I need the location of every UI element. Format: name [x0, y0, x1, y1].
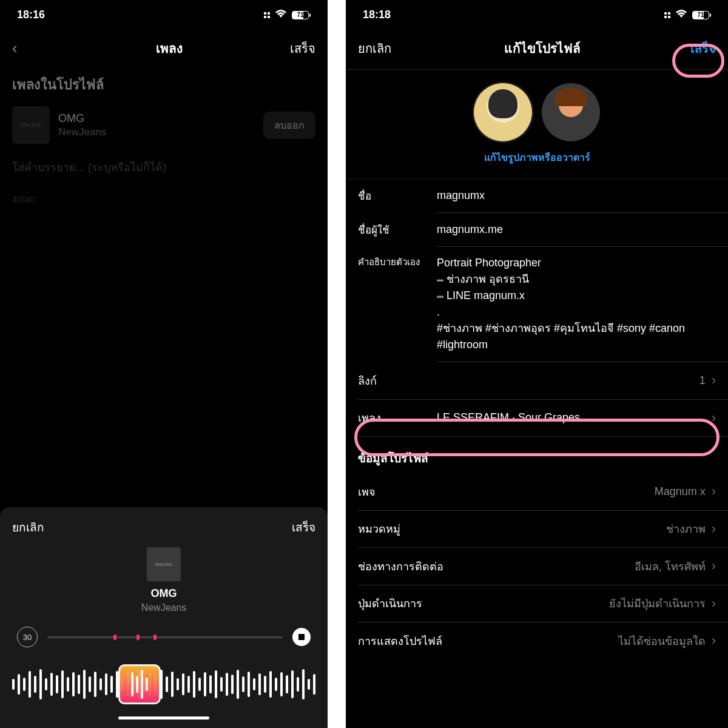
- waveform-scrubber[interactable]: [12, 663, 315, 706]
- username-row[interactable]: ชื่อผู้ใช้ magnumx.me: [346, 213, 728, 246]
- music-row[interactable]: เพลง LE SSERAFIM · Sour Grapes ›: [346, 399, 728, 436]
- scrub-row: 30: [12, 627, 315, 647]
- wifi-icon: [275, 8, 287, 21]
- char-count: 40/40: [12, 194, 315, 204]
- username-value[interactable]: magnumx.me: [437, 221, 716, 238]
- status-bar: 18:16 71: [0, 0, 328, 26]
- bio-label: คำอธิบายตัวเอง: [358, 255, 437, 269]
- chevron-right-icon: ›: [712, 558, 716, 574]
- links-row[interactable]: ลิงก์ 1 ›: [346, 362, 728, 399]
- back-button[interactable]: ‹: [12, 39, 49, 58]
- contact-row[interactable]: ช่องทางการติดต่อ อีเมล, โทรศัพท์ ›: [346, 548, 728, 585]
- display-label: การแสดงโปรไฟล์: [358, 632, 531, 650]
- song-title: OMG: [58, 112, 255, 125]
- music-label: เพลง: [358, 409, 437, 426]
- edit-picture-link[interactable]: แก้ไขรูปภาพหรืออวาตาร์: [346, 150, 728, 178]
- nav-bar: ‹ เพลง เสร็จ: [0, 26, 328, 69]
- contact-label: ช่องทางการติดต่อ: [358, 558, 531, 575]
- music-value: LE SSERAFIM · Sour Grapes: [437, 411, 712, 424]
- nav-bar: ยกเลิก แก้ไขโปรไฟล์ เสร็จ: [346, 26, 728, 69]
- wifi-icon: [675, 8, 687, 21]
- sheet-song-artist: NewJeans: [12, 602, 315, 613]
- category-label: หมวดหมู่: [358, 520, 531, 538]
- nav-title: แก้ไขโปรไฟล์: [504, 38, 581, 58]
- chevron-right-icon: ›: [712, 484, 716, 499]
- page-value: Magnum x: [531, 485, 711, 498]
- home-indicator[interactable]: [118, 716, 209, 720]
- chevron-right-icon: ›: [712, 633, 716, 649]
- avatar-image[interactable]: [542, 83, 600, 141]
- done-button[interactable]: เสร็จ: [690, 39, 716, 58]
- profile-display-row[interactable]: การแสดงโปรไฟล์ ไม่ได้ซ่อนข้อมูลใด ›: [346, 622, 728, 659]
- sheet-song-title: OMG: [12, 587, 315, 600]
- sheet-done-button[interactable]: เสร็จ: [292, 518, 315, 536]
- duration-badge[interactable]: 30: [17, 627, 38, 647]
- scrub-track[interactable]: [47, 636, 283, 638]
- contact-value: อีเมล, โทรศัพท์: [531, 558, 711, 575]
- sheet-cancel-button[interactable]: ยกเลิก: [12, 518, 44, 536]
- bio-row[interactable]: คำอธิบายตัวเอง Portrait Photographer ช่า…: [346, 246, 728, 362]
- music-editor-sheet: ยกเลิก เสร็จ NWJNS OMG NewJeans 30: [0, 507, 328, 728]
- waveform-selection-handle[interactable]: [118, 664, 161, 704]
- chevron-right-icon: ›: [712, 521, 716, 537]
- page-row[interactable]: เพจ Magnum x ›: [346, 473, 728, 510]
- profile-photo[interactable]: [474, 83, 532, 141]
- display-value: ไม่ได้ซ่อนข้อมูลใด: [531, 632, 711, 650]
- sheet-artwork: NWJNS: [147, 547, 181, 581]
- action-button-row[interactable]: ปุ่มดำเนินการ ยังไม่มีปุ่มดำเนินการ ›: [346, 585, 728, 622]
- chevron-right-icon: ›: [712, 596, 716, 612]
- status-bar: 18:18 71: [346, 0, 728, 26]
- profile-song-row: NWJNS OMG NewJeans ลบออก: [12, 106, 315, 144]
- cellular-icon: [264, 12, 270, 18]
- song-artwork: NWJNS: [12, 106, 50, 144]
- stop-button[interactable]: [292, 628, 311, 646]
- section-title: เพลงในโปรไฟล์: [12, 74, 315, 95]
- profile-info-header: ข้อมูลโปรไฟล์: [346, 437, 728, 473]
- cancel-button[interactable]: ยกเลิก: [358, 39, 394, 58]
- chevron-right-icon: ›: [712, 410, 716, 426]
- status-time: 18:18: [363, 8, 391, 21]
- username-label: ชื่อผู้ใช้: [358, 221, 437, 238]
- category-row[interactable]: หมวดหมู่ ช่างภาพ ›: [346, 510, 728, 547]
- avatars-row: [346, 70, 728, 150]
- battery-icon: 71: [692, 11, 711, 19]
- bio-value[interactable]: Portrait Photographer ช่างภาพ อุดรธานี L…: [437, 255, 716, 353]
- name-row[interactable]: ชื่อ magnumx: [346, 179, 728, 212]
- nav-title: เพลง: [156, 38, 183, 58]
- right-screenshot: 18:18 71 ยกเลิก แก้ไขโปรไฟล์ เสร็จ แก้ไข…: [346, 0, 728, 728]
- category-value: ช่างภาพ: [531, 520, 711, 538]
- action-label: ปุ่มดำเนินการ: [358, 595, 531, 612]
- chevron-right-icon: ›: [712, 372, 716, 388]
- action-value: ยังไม่มีปุ่มดำเนินการ: [531, 595, 711, 612]
- cellular-icon: [664, 12, 670, 18]
- battery-icon: 71: [292, 11, 311, 19]
- left-screenshot: 18:16 71 ‹ เพลง เสร็จ เพลงในโปรไฟล์ NWJN…: [0, 0, 328, 728]
- links-count: 1: [699, 374, 706, 387]
- page-label: เพจ: [358, 483, 531, 500]
- remove-button[interactable]: ลบออก: [263, 112, 315, 139]
- dimmed-content: เพลงในโปรไฟล์ NWJNS OMG NewJeans ลบออก ใ…: [0, 74, 328, 204]
- song-artist: NewJeans: [58, 126, 255, 138]
- links-label: ลิงก์: [358, 372, 437, 389]
- status-time: 18:16: [17, 8, 45, 21]
- caption-input[interactable]: ใส่คำบรรยาย... (ระบุหรือไม่ก็ได้): [12, 158, 315, 176]
- name-value[interactable]: magnumx: [437, 187, 716, 204]
- done-button[interactable]: เสร็จ: [290, 39, 315, 58]
- name-label: ชื่อ: [358, 187, 437, 204]
